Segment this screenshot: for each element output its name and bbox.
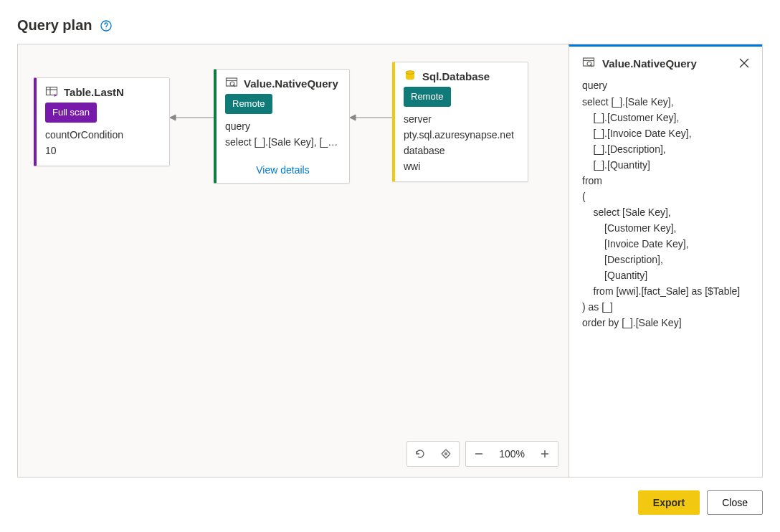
plan-canvas[interactable]: Table.LastN Full scan countOrCondition 1…	[18, 44, 569, 477]
fit-view-button[interactable]	[433, 441, 459, 467]
reset-view-button[interactable]	[407, 441, 433, 467]
svg-point-13	[445, 453, 447, 455]
prop-value: wwi	[404, 158, 519, 174]
svg-point-1	[106, 28, 107, 29]
prop-value: select [_].[Sale Key], [_]....	[225, 134, 341, 150]
details-label: query	[582, 80, 749, 91]
prop-value: 10	[45, 143, 161, 158]
node-value-nativequery[interactable]: Value.NativeQuery Remote query select [_…	[214, 69, 350, 184]
node-title: Sql.Database	[422, 70, 490, 82]
node-title: Value.NativeQuery	[244, 77, 338, 90]
badge-full-scan: Full scan	[45, 103, 97, 123]
details-panel: Value.NativeQuery query select [_].[Sale…	[569, 44, 762, 477]
node-body: Remote server pty.sql.azuresynapse.net d…	[395, 87, 528, 181]
arrow-1	[170, 113, 214, 122]
svg-marker-3	[170, 115, 176, 120]
view-details-link[interactable]: View details	[217, 157, 349, 183]
query-icon	[225, 77, 238, 90]
zoom-out-button[interactable]	[466, 441, 492, 467]
node-table-lastn[interactable]: Table.LastN Full scan countOrCondition 1…	[34, 77, 170, 166]
help-icon[interactable]	[100, 20, 112, 32]
zoom-toolbar: 100%	[406, 441, 558, 467]
badge-remote: Remote	[225, 94, 272, 114]
badge-remote: Remote	[404, 87, 451, 107]
dialog-body: Table.LastN Full scan countOrCondition 1…	[17, 44, 763, 478]
prop-label: query	[225, 118, 341, 134]
node-body: Remote query select [_].[Sale Key], [_].…	[217, 94, 349, 157]
zoom-in-button[interactable]	[532, 441, 558, 467]
node-header: Table.LastN	[37, 78, 169, 103]
close-icon[interactable]	[739, 58, 749, 68]
prop-value: pty.sql.azuresynapse.net	[404, 127, 519, 143]
view-controls	[406, 441, 460, 467]
prop-label: server	[404, 111, 519, 127]
export-button[interactable]: Export	[638, 490, 700, 515]
query-plan-dialog: Query plan	[0, 0, 780, 532]
arrow-2	[350, 113, 393, 122]
zoom-controls: 100%	[465, 441, 558, 467]
zoom-level: 100%	[492, 448, 532, 460]
node-header: Value.NativeQuery	[217, 70, 349, 94]
node-header: Sql.Database	[395, 62, 528, 87]
page-title: Query plan	[17, 17, 92, 34]
close-button[interactable]: Close	[707, 490, 763, 515]
table-icon	[45, 85, 58, 98]
dialog-footer: Export Close	[17, 478, 763, 515]
query-icon	[582, 57, 595, 70]
node-body: Full scan countOrCondition 10	[37, 103, 169, 166]
svg-marker-5	[350, 115, 356, 120]
node-sql-database[interactable]: Sql.Database Remote server pty.sql.azure…	[392, 62, 528, 182]
node-title: Table.LastN	[64, 86, 124, 98]
details-header: Value.NativeQuery	[582, 57, 749, 70]
prop-label: countOrCondition	[45, 127, 161, 143]
prop-label: database	[404, 143, 519, 158]
details-title: Value.NativeQuery	[602, 57, 697, 70]
database-icon	[404, 70, 417, 82]
details-code: select [_].[Sale Key], [_].[Customer Key…	[582, 94, 749, 331]
dialog-header: Query plan	[17, 17, 763, 34]
svg-rect-6	[47, 87, 57, 95]
